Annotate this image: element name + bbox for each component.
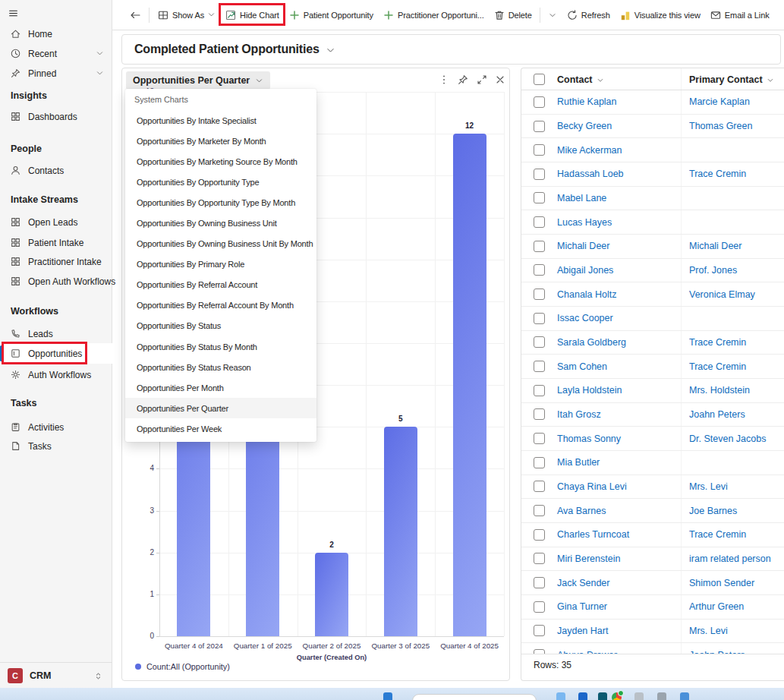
menu-item-opportunities-by-primary-role[interactable]: Opportunities By Primary Role [125,254,316,275]
sidebar-item-home[interactable]: Home [0,24,112,44]
taskbar-search-box[interactable] [412,694,537,700]
sidebar-item-patient-intake[interactable]: Patient Intake [0,232,112,253]
table-row[interactable]: Michali DeerMichali Deer [521,235,784,259]
primary-contact-link[interactable]: Trace Cremin [689,523,746,547]
table-row[interactable]: Layla HoldsteinMrs. Holdstein [521,379,784,403]
row-checkbox[interactable] [534,169,545,180]
primary-contact-link[interactable]: Dr. Steven Jacobs [689,427,766,450]
row-checkbox[interactable] [534,529,545,541]
menu-item-opportunities-by-owning-business-unit-by-month[interactable]: Opportunities By Owning Business Unit By… [125,234,316,254]
primary-contact-link[interactable]: Joahn Peters [689,643,745,654]
taskbar-app-icon[interactable] [598,692,607,700]
table-row[interactable]: Jack SenderShimon Sender [521,571,784,595]
primary-contact-link[interactable]: Thomas Green [689,115,752,138]
contact-link[interactable]: Mike Ackerman [557,138,622,162]
table-row[interactable]: Sam CohenTrace Cremin [521,355,784,379]
sidebar-item-pinned[interactable]: Pinned [0,63,112,84]
menu-item-opportunities-by-owning-business-unit[interactable]: Opportunities By Owning Business Unit [125,213,316,233]
primary-contact-link[interactable]: Joe Barnes [689,499,737,522]
table-row[interactable]: Lucas Hayes [521,210,784,235]
table-row[interactable]: Charles TurncoatTrace Cremin [521,523,784,547]
row-checkbox[interactable] [534,289,545,300]
contact-link[interactable]: Abigail Jones [557,259,613,282]
taskbar-app-icon[interactable] [556,692,565,700]
row-checkbox[interactable] [534,385,545,396]
column-header-contact[interactable]: Contact [557,68,604,90]
app-switcher[interactable]: C CRM [0,662,112,688]
taskbar-app-icon[interactable] [578,692,587,700]
table-row[interactable]: Chaya Rina LeviMrs. Levi [521,475,784,500]
primary-contact-link[interactable]: Trace Cremin [689,162,746,186]
chart-more-options-icon[interactable] [438,74,450,86]
contact-link[interactable]: Jayden Hart [557,620,608,643]
contact-link[interactable]: Thomas Sonny [557,427,621,450]
contact-link[interactable]: Michali Deer [557,235,609,258]
contact-link[interactable]: Ruthie Kaplan [557,90,617,114]
taskbar-app-icon[interactable] [680,692,689,700]
table-row[interactable]: Itah GroszJoahn Peters [521,403,784,427]
contact-link[interactable]: Gina Turner [557,595,607,619]
row-checkbox[interactable] [534,408,545,420]
contact-link[interactable]: Ahuva Drawer [557,643,617,654]
table-row[interactable]: Ava BarnesJoe Barnes [521,499,784,523]
primary-contact-link[interactable]: Joahn Peters [689,403,745,427]
contact-link[interactable]: Chanala Holtz [557,282,617,306]
contact-link[interactable]: Chaya Rina Levi [557,475,627,499]
contact-link[interactable]: Mabel Lane [557,187,606,210]
table-row[interactable]: Abigail JonesProf. Jones [521,259,784,283]
table-row[interactable]: Becky GreenThomas Green [521,115,784,139]
menu-item-opportunities-by-referral-account[interactable]: Opportunities By Referral Account [125,275,316,295]
menu-item-opportunities-by-opportunity-type[interactable]: Opportunities By Opportunity Type [125,172,316,192]
chevron-down-icon[interactable] [96,49,104,58]
table-row[interactable]: Thomas SonnyDr. Steven Jacobs [521,427,784,451]
delete-button[interactable]: Delete [489,0,537,30]
primary-contact-link[interactable]: Shimon Sender [689,571,754,594]
row-checkbox[interactable] [534,121,545,132]
table-row[interactable]: Miri Berensteiniram related person [521,547,784,572]
primary-contact-link[interactable]: Trace Cremin [689,355,746,378]
menu-item-opportunities-by-marketing-source-by-month[interactable]: Opportunities By Marketing Source By Mon… [125,151,316,172]
table-row[interactable]: Hadassah LoebTrace Cremin [521,162,784,187]
primary-contact-link[interactable]: Michali Deer [689,235,741,258]
email-button[interactable]: Email a Link [705,0,774,30]
chart-expand-icon[interactable] [476,74,488,86]
menu-item-opportunities-per-month[interactable]: Opportunities Per Month [125,377,316,398]
primary-contact-link[interactable]: iram related person [689,547,771,571]
menu-item-opportunities-by-opportunity-type-by-month[interactable]: Opportunities By Opportunity Type By Mon… [125,192,316,213]
menu-item-opportunities-by-status-reason[interactable]: Opportunities By Status Reason [125,357,316,377]
taskbar-app-icon[interactable] [383,692,392,700]
contact-link[interactable]: Charles Turncoat [557,523,629,547]
primary-contact-link[interactable]: Arthur Green [689,595,744,619]
contact-link[interactable]: Lucas Hayes [557,210,612,234]
sidebar-item-open-auth-workflows[interactable]: Open Auth Workflows [0,271,112,292]
menu-item-opportunities-by-status-by-month[interactable]: Opportunities By Status By Month [125,336,316,357]
sidebar-item-open-leads[interactable]: Open Leads [0,212,112,232]
select-all-checkbox[interactable] [534,74,545,85]
primary-contact-link[interactable]: Marcie Kaplan [689,90,750,114]
sidebar-item-practitioner-intake[interactable]: Practitioner Intake [0,251,112,272]
table-row[interactable]: Issac Cooper [521,307,784,331]
bar-quarter-3-of-2025[interactable] [384,427,417,636]
taskbar-app-icon[interactable] [657,692,666,700]
row-checkbox[interactable] [534,216,545,228]
contact-link[interactable]: Layla Holdstein [557,379,622,402]
row-checkbox[interactable] [534,481,545,492]
primary-contact-link[interactable]: Mrs. Levi [689,620,728,643]
row-checkbox[interactable] [534,601,545,613]
back-button[interactable] [124,0,146,30]
menu-item-opportunities-per-week[interactable]: Opportunities Per Week [125,418,316,439]
sidebar-item-leads[interactable]: Leads [0,323,112,344]
row-checkbox[interactable] [534,577,545,588]
primary-contact-link[interactable]: Prof. Jones [689,259,737,282]
contact-link[interactable]: Hadassah Loeb [557,162,624,186]
row-checkbox[interactable] [534,505,545,516]
table-row[interactable]: Gina TurnerArthur Green [521,595,784,620]
table-row[interactable]: Chanala HoltzVeronica Elmay [521,282,784,307]
contact-link[interactable]: Itah Grosz [557,403,601,427]
chart-close-icon[interactable] [494,74,506,86]
contact-link[interactable]: Becky Green [557,115,612,138]
row-checkbox[interactable] [534,264,545,276]
table-row[interactable]: Mike Ackerman [521,138,784,162]
row-checkbox[interactable] [534,361,545,372]
row-checkbox[interactable] [534,96,545,108]
